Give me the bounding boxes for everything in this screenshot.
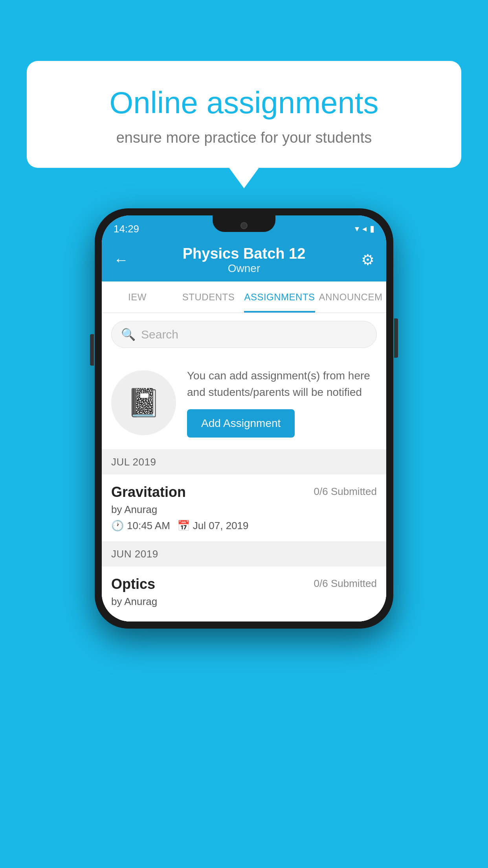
section-header-jul: JUL 2019	[102, 450, 386, 474]
speech-bubble: Online assignments ensure more practice …	[27, 61, 461, 168]
time-value: 10:45 AM	[127, 520, 170, 532]
bubble-subtitle: ensure more practice for your students	[54, 129, 434, 146]
phone-outer: 14:29 ▾ ◂ ▮ ← Physics Batch 12 Owner ⚙ I…	[95, 208, 393, 629]
tab-assignments[interactable]: ASSIGNMENTS	[244, 281, 315, 313]
app-bar: ← Physics Batch 12 Owner ⚙	[102, 238, 386, 281]
add-assignment-button[interactable]: Add Assignment	[187, 409, 295, 438]
assignment-item-gravitation[interactable]: Gravitation 0/6 Submitted by Anurag 🕐 10…	[102, 474, 386, 542]
assignment-submitted: 0/6 Submitted	[314, 485, 377, 498]
app-bar-center: Physics Batch 12 Owner	[183, 245, 306, 275]
phone-container: 14:29 ▾ ◂ ▮ ← Physics Batch 12 Owner ⚙ I…	[95, 208, 393, 629]
assignment-item-header: Gravitation 0/6 Submitted	[111, 484, 377, 500]
tab-announcements[interactable]: ANNOUNCEM	[315, 281, 386, 313]
bubble-title: Online assignments	[54, 85, 434, 121]
phone-screen: 14:29 ▾ ◂ ▮ ← Physics Batch 12 Owner ⚙ I…	[102, 215, 386, 622]
search-bar[interactable]: 🔍 Search	[111, 321, 377, 348]
wifi-icon: ▾	[355, 224, 359, 234]
promo-right: You can add assignment(s) from here and …	[187, 368, 377, 438]
settings-button[interactable]: ⚙	[351, 251, 374, 268]
tab-iew[interactable]: IEW	[102, 281, 173, 313]
tab-bar: IEW STUDENTS ASSIGNMENTS ANNOUNCEM	[102, 281, 386, 313]
back-button[interactable]: ←	[114, 252, 137, 268]
assignment-title: Gravitation	[111, 484, 186, 500]
app-bar-title: Physics Batch 12	[183, 245, 306, 262]
assignment-author-optics: by Anurag	[111, 596, 377, 608]
date-value: Jul 07, 2019	[193, 520, 249, 532]
assignment-date: 📅 Jul 07, 2019	[177, 520, 249, 532]
assignment-submitted-optics: 0/6 Submitted	[314, 577, 377, 590]
battery-icon: ▮	[370, 224, 374, 234]
assignment-author: by Anurag	[111, 504, 377, 516]
clock-icon: 🕐	[111, 520, 124, 532]
speech-bubble-container: Online assignments ensure more practice …	[27, 61, 461, 168]
promo-section: 📓 You can add assignment(s) from here an…	[102, 356, 386, 450]
section-header-jun: JUN 2019	[102, 542, 386, 566]
calendar-icon: 📅	[177, 520, 190, 532]
assignment-title-optics: Optics	[111, 576, 155, 592]
notebook-icon: 📓	[127, 386, 161, 419]
promo-icon-circle: 📓	[111, 370, 176, 435]
assignment-item-header-optics: Optics 0/6 Submitted	[111, 576, 377, 592]
content-area: 🔍 Search 📓 You can add assignment(s) fro…	[102, 313, 386, 622]
assignment-datetime: 🕐 10:45 AM 📅 Jul 07, 2019	[111, 520, 377, 532]
search-bar-container: 🔍 Search	[102, 313, 386, 356]
search-placeholder: Search	[141, 328, 178, 341]
assignment-item-optics[interactable]: Optics 0/6 Submitted by Anurag	[102, 566, 386, 622]
app-bar-subtitle: Owner	[183, 262, 306, 275]
status-time: 14:29	[114, 223, 139, 235]
assignment-time: 🕐 10:45 AM	[111, 520, 170, 532]
status-icons: ▾ ◂ ▮	[355, 224, 374, 234]
phone-notch	[213, 215, 275, 232]
signal-icon: ◂	[362, 224, 367, 234]
search-icon: 🔍	[121, 327, 136, 341]
promo-text: You can add assignment(s) from here and …	[187, 368, 377, 401]
tab-students[interactable]: STUDENTS	[173, 281, 244, 313]
notch-camera	[240, 222, 248, 229]
